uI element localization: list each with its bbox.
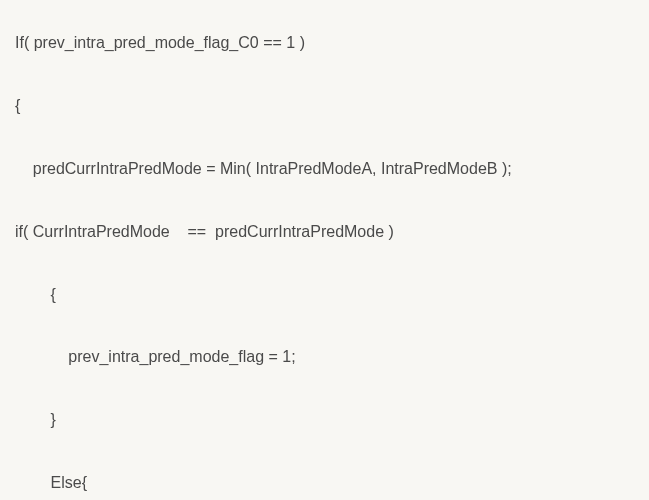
code-line: } [15,409,634,431]
code-line: { [15,284,634,306]
code-line: Else{ [15,472,634,494]
code-block: If( prev_intra_pred_mode_flag_C0 == 1 ) … [0,0,649,500]
code-line: { [15,95,634,117]
code-line: If( prev_intra_pred_mode_flag_C0 == 1 ) [15,32,634,54]
code-line: predCurrIntraPredMode = Min( IntraPredMo… [15,158,634,180]
code-line: if( CurrIntraPredMode == predCurrIntraPr… [15,221,634,243]
code-line: prev_intra_pred_mode_flag = 1; [15,346,634,368]
